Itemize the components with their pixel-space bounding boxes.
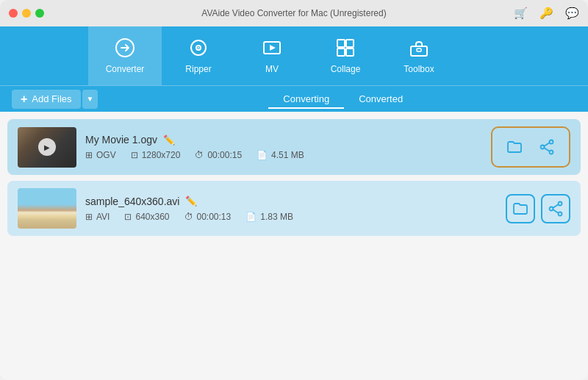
open-folder-button-1[interactable] (501, 134, 528, 160)
nav-item-ripper[interactable]: Ripper (162, 26, 235, 85)
resolution-1: ⊡ 1280x720 (131, 150, 181, 160)
file-name-row-1: My Movie 1.ogv ✏️ (85, 134, 482, 146)
mv-icon (262, 37, 282, 61)
ripper-icon (188, 37, 209, 61)
edit-icon-2[interactable]: ✏️ (185, 196, 197, 207)
svg-point-17 (550, 207, 553, 210)
svg-point-13 (550, 151, 553, 154)
minimize-button[interactable] (22, 9, 31, 18)
cart-icon[interactable]: 🛒 (514, 7, 528, 20)
svg-line-20 (553, 209, 559, 213)
format-icon-1: ⊞ (85, 150, 93, 160)
tab-group: Converting Converted (268, 89, 417, 109)
file-info-2: sample_640x360.avi ✏️ ⊞ AVI ⊡ 640x360 ⏱ … (85, 196, 497, 222)
nav-label-mv: MV (265, 64, 279, 74)
file-meta-1: ⊞ OGV ⊡ 1280x720 ⏱ 00:00:15 📄 4.51 MB (85, 150, 482, 160)
close-button[interactable] (9, 9, 18, 18)
file-icon-1: 📄 (257, 150, 268, 160)
svg-rect-10 (417, 49, 421, 51)
share-button-1[interactable] (534, 134, 560, 160)
toolbox-icon (409, 37, 429, 61)
collage-icon (335, 37, 356, 61)
duration-1: ⏱ 00:00:15 (195, 150, 242, 160)
tab-converting[interactable]: Converting (268, 89, 344, 109)
file-info-1: My Movie 1.ogv ✏️ ⊞ OGV ⊡ 1280x720 ⏱ 00:… (85, 134, 482, 160)
add-files-button[interactable]: + Add Files (12, 90, 81, 109)
clock-icon-2: ⏱ (184, 212, 193, 222)
svg-line-15 (544, 148, 550, 151)
file-meta-2: ⊞ AVI ⊡ 640x360 ⏱ 00:00:13 📄 1.83 MB (85, 212, 497, 222)
content-area: ▶ My Movie 1.ogv ✏️ ⊞ OGV ⊡ 1280x720 ⏱ 0… (0, 112, 588, 380)
file-name-1: My Movie 1.ogv (85, 134, 157, 146)
play-button-1[interactable]: ▶ (38, 138, 56, 156)
nav-label-converter: Converter (106, 64, 145, 74)
svg-line-19 (553, 204, 559, 208)
svg-point-12 (541, 146, 545, 149)
edit-icon-1[interactable]: ✏️ (163, 135, 175, 146)
nav-item-collage[interactable]: Collage (309, 26, 382, 85)
toolbar: + Add Files ▼ Converting Converted (0, 85, 588, 112)
action-group-1 (491, 126, 570, 168)
svg-line-14 (544, 143, 550, 146)
svg-rect-6 (346, 40, 354, 47)
nav-item-converter[interactable]: Converter (88, 26, 162, 85)
add-files-label: Add Files (32, 93, 71, 104)
maximize-button[interactable] (35, 9, 44, 18)
svg-point-11 (550, 140, 553, 144)
action-area-2 (506, 194, 570, 223)
thumbnail-2[interactable] (18, 188, 76, 229)
nav-label-ripper: Ripper (185, 64, 211, 74)
tab-converted[interactable]: Converted (344, 89, 417, 109)
message-icon[interactable]: 💬 (565, 7, 579, 20)
window-title: AVAide Video Converter for Mac (Unregist… (201, 8, 386, 18)
file-name-row-2: sample_640x360.avi ✏️ (85, 196, 497, 207)
size-2: 📄 1.83 MB (245, 212, 293, 222)
svg-rect-8 (346, 49, 354, 56)
clock-icon-1: ⏱ (195, 150, 204, 160)
open-folder-button-2[interactable] (506, 194, 535, 223)
svg-rect-5 (337, 40, 345, 47)
resolution-icon-1: ⊡ (131, 150, 138, 160)
plus-icon: + (21, 93, 27, 106)
traffic-lights (9, 9, 44, 18)
nav-label-collage: Collage (331, 64, 361, 74)
format-icon-2: ⊞ (85, 212, 93, 222)
title-bar: AVAide Video Converter for Mac (Unregist… (0, 0, 588, 26)
title-bar-icons: 🛒 🔑 💬 (514, 7, 579, 20)
svg-point-18 (559, 212, 562, 215)
share-button-2[interactable] (541, 194, 570, 223)
file-icon-2: 📄 (245, 212, 257, 222)
size-1: 📄 4.51 MB (257, 150, 304, 160)
svg-rect-7 (337, 49, 345, 56)
converter-icon (115, 37, 135, 61)
add-files-dropdown-button[interactable]: ▼ (82, 90, 98, 109)
svg-point-16 (559, 201, 562, 205)
duration-2: ⏱ 00:00:13 (184, 212, 232, 222)
nav-item-toolbox[interactable]: Toolbox (382, 26, 456, 85)
resolution-2: ⊡ 640x360 (124, 212, 169, 222)
thumbnail-1[interactable]: ▶ (18, 127, 76, 168)
file-item-2: sample_640x360.avi ✏️ ⊞ AVI ⊡ 640x360 ⏱ … (7, 181, 581, 236)
format-1: ⊞ OGV (85, 150, 116, 160)
svg-point-3 (198, 47, 199, 49)
nav-bar: Converter Ripper MV (0, 26, 588, 85)
format-2: ⊞ AVI (85, 212, 110, 222)
resolution-icon-2: ⊡ (124, 212, 132, 222)
file-name-2: sample_640x360.avi (85, 196, 179, 207)
key-icon[interactable]: 🔑 (539, 7, 553, 20)
file-item-1: ▶ My Movie 1.ogv ✏️ ⊞ OGV ⊡ 1280x720 ⏱ 0… (7, 119, 581, 175)
nav-item-mv[interactable]: MV (235, 26, 309, 85)
nav-label-toolbox: Toolbox (404, 64, 434, 74)
